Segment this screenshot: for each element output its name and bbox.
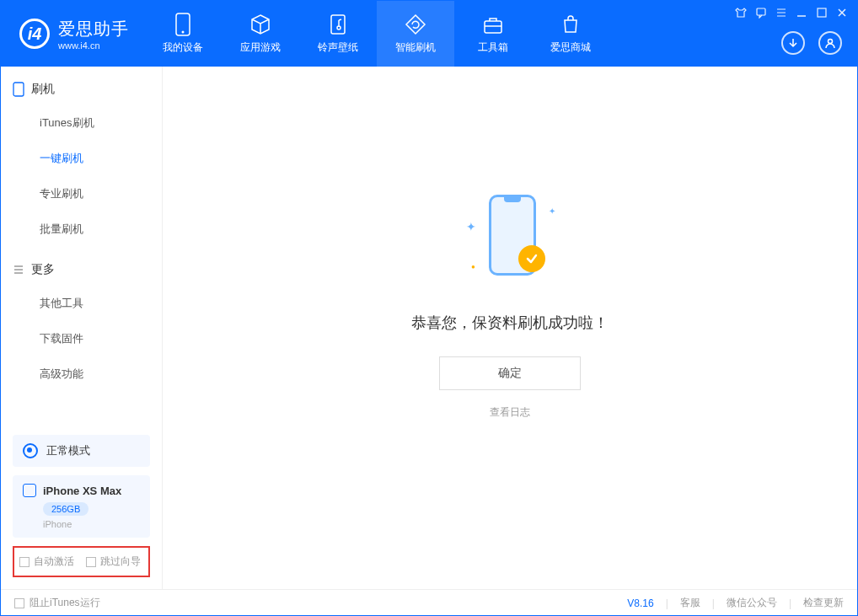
header-actions <box>781 31 842 55</box>
sidebar-item-itunes-flash[interactable]: iTunes刷机 <box>40 105 162 141</box>
sparkle-icon: ● <box>471 263 475 271</box>
app-title: 爱思助手 <box>58 18 129 40</box>
app-subtitle: www.i4.cn <box>58 40 129 51</box>
check-badge-icon <box>518 245 545 272</box>
download-button[interactable] <box>781 31 805 55</box>
svg-point-6 <box>829 40 833 44</box>
checkbox-icon <box>19 557 29 567</box>
logo-area: i4 爱思助手 www.i4.cn <box>1 1 144 67</box>
section-title-text: 更多 <box>31 262 55 277</box>
nav-label: 爱思商城 <box>550 40 591 55</box>
sidebar-item-pro-flash[interactable]: 专业刷机 <box>40 176 162 212</box>
checkbox-label: 跳过向导 <box>100 554 141 569</box>
main-content: ✦ ✦ ● 恭喜您，保资料刷机成功啦！ 确定 查看日志 <box>163 67 857 589</box>
sidebar-section-more: 更多 <box>1 247 162 286</box>
confirm-button[interactable]: 确定 <box>439 356 581 390</box>
window-controls <box>734 6 849 19</box>
sidebar-item-batch-flash[interactable]: 批量刷机 <box>40 212 162 247</box>
menu-icon[interactable] <box>775 6 788 19</box>
nav-label: 应用游戏 <box>240 40 281 55</box>
logo-icon: i4 <box>19 19 50 49</box>
svg-rect-2 <box>331 15 345 34</box>
nav-shop[interactable]: 爱思商城 <box>532 1 609 67</box>
nav-my-device[interactable]: 我的设备 <box>144 1 222 67</box>
cube-icon <box>249 13 271 35</box>
nav-label: 智能刷机 <box>395 40 436 55</box>
support-link[interactable]: 客服 <box>680 596 700 610</box>
success-illustration: ✦ ✦ ● <box>459 186 560 287</box>
nav-ringtones[interactable]: 铃声壁纸 <box>299 1 377 67</box>
sparkle-icon: ✦ <box>466 220 476 233</box>
svg-rect-4 <box>757 8 765 15</box>
nav-label: 工具箱 <box>478 40 508 55</box>
highlighted-checkbox-row: 自动激活 跳过向导 <box>13 546 150 577</box>
device-box[interactable]: iPhone XS Max 256GB iPhone <box>13 475 150 538</box>
version-text: V8.16 <box>627 597 653 609</box>
sparkle-icon: ✦ <box>549 206 555 216</box>
check-update-link[interactable]: 检查更新 <box>803 596 844 610</box>
skin-icon[interactable] <box>734 6 748 19</box>
nav-label: 我的设备 <box>163 40 203 55</box>
sidebar-item-other-tools[interactable]: 其他工具 <box>40 286 162 321</box>
nav-toolbox[interactable]: 工具箱 <box>454 1 532 67</box>
main-body: 刷机 iTunes刷机 一键刷机 专业刷机 批量刷机 更多 其他工具 下载固件 … <box>1 67 857 589</box>
svg-rect-5 <box>818 8 826 17</box>
wechat-link[interactable]: 微信公众号 <box>727 596 777 610</box>
feedback-icon[interactable] <box>754 6 768 19</box>
phone-small-icon <box>13 82 24 97</box>
device-name: iPhone XS Max <box>43 485 121 497</box>
device-icon <box>172 13 194 35</box>
refresh-icon <box>405 13 426 35</box>
skip-guide-checkbox[interactable]: 跳过向导 <box>86 554 141 569</box>
svg-rect-7 <box>13 83 24 96</box>
view-log-link[interactable]: 查看日志 <box>490 405 530 420</box>
checkbox-label: 自动激活 <box>34 554 74 569</box>
close-icon[interactable] <box>835 6 849 19</box>
checkbox-label: 阻止iTunes运行 <box>29 596 100 610</box>
footer: 阻止iTunes运行 V8.16 | 客服 | 微信公众号 | 检查更新 <box>1 589 857 616</box>
checkbox-icon <box>14 598 24 608</box>
toolbox-icon <box>482 13 504 35</box>
nav-label: 铃声壁纸 <box>318 40 358 55</box>
svg-rect-3 <box>485 21 501 33</box>
sidebar-item-advanced[interactable]: 高级功能 <box>40 356 162 392</box>
mode-box[interactable]: 正常模式 <box>13 435 150 467</box>
device-storage-badge: 256GB <box>43 502 88 516</box>
list-icon <box>13 264 24 276</box>
svg-point-1 <box>182 30 185 33</box>
device-small-icon <box>23 484 36 497</box>
mode-label: 正常模式 <box>46 443 90 458</box>
sidebar-item-download-firmware[interactable]: 下载固件 <box>40 321 162 356</box>
success-message: 恭喜您，保资料刷机成功啦！ <box>411 313 609 333</box>
maximize-icon[interactable] <box>815 6 829 19</box>
sidebar: 刷机 iTunes刷机 一键刷机 专业刷机 批量刷机 更多 其他工具 下载固件 … <box>1 67 163 589</box>
sidebar-section-flash: 刷机 <box>1 67 162 105</box>
section-title-text: 刷机 <box>31 82 55 97</box>
shop-icon <box>560 13 582 35</box>
device-type: iPhone <box>43 519 140 529</box>
nav-smart-flash[interactable]: 智能刷机 <box>377 1 454 67</box>
app-header: i4 爱思助手 www.i4.cn 我的设备 应用游戏 铃声壁纸 智能刷机 工具… <box>1 1 857 67</box>
checkbox-icon <box>86 557 96 567</box>
auto-activate-checkbox[interactable]: 自动激活 <box>19 554 74 569</box>
block-itunes-checkbox[interactable]: 阻止iTunes运行 <box>14 596 100 610</box>
mode-icon <box>23 443 38 458</box>
music-icon <box>327 13 349 35</box>
sidebar-item-oneclick-flash[interactable]: 一键刷机 <box>40 141 162 176</box>
minimize-icon[interactable] <box>795 6 808 19</box>
user-button[interactable] <box>818 31 842 55</box>
top-nav: 我的设备 应用游戏 铃声壁纸 智能刷机 工具箱 爱思商城 <box>144 1 609 67</box>
nav-apps-games[interactable]: 应用游戏 <box>222 1 299 67</box>
